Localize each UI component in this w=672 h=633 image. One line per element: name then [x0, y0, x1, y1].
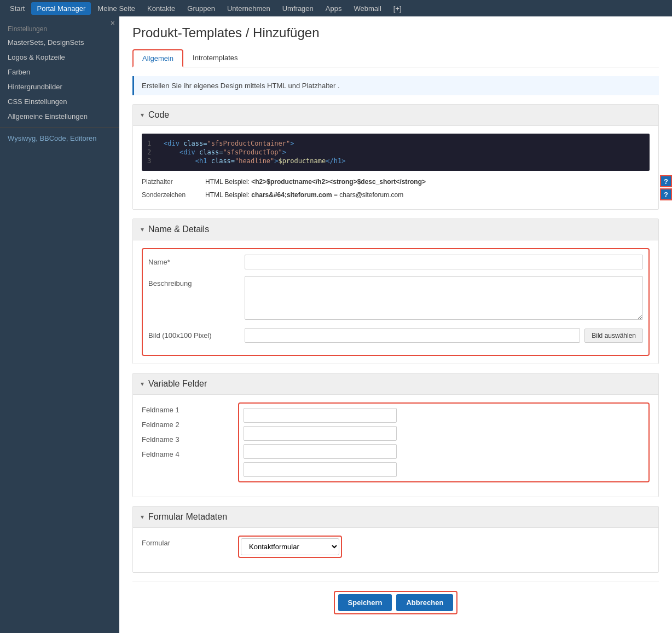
- line-num-1: 1: [147, 140, 164, 147]
- section-variable-felder-header[interactable]: ▾ Variable Felder: [133, 373, 658, 395]
- info-box: Erstellen Sie ihr eigenes Design mittels…: [132, 76, 659, 95]
- input-name[interactable]: [245, 255, 643, 269]
- sidebar-item-hintergrundbilder[interactable]: Hintergrundbilder: [0, 79, 119, 94]
- code-line-1: 1 <div class="sfsProductContainer">: [142, 139, 650, 148]
- code-line-3: 3 <h1 class="headline">$productname</h1>: [142, 157, 650, 165]
- section-formular-label: Formular Metadaten: [148, 512, 227, 522]
- section-formular-body: Formular Kontaktformular: [133, 528, 658, 572]
- tab-allgemein[interactable]: Allgemein: [132, 49, 183, 67]
- bild-auswaehlen-button[interactable]: Bild auswählen: [584, 329, 643, 343]
- sidebar-item-logos[interactable]: Logos & Kopfzeile: [0, 50, 119, 65]
- section-variable-felder: ▾ Variable Felder Feldname 1 Feldname 2 …: [132, 373, 659, 497]
- sidebar-close-button[interactable]: ×: [111, 19, 115, 27]
- chevron-icon-4: ▾: [141, 513, 144, 521]
- input-feldname1[interactable]: [244, 408, 397, 423]
- form-control-formular: Kontaktformular: [238, 536, 650, 558]
- sidebar: × Einstellungen MasterSets, DesignSets L…: [0, 16, 119, 633]
- sidebar-item-farben[interactable]: Farben: [0, 65, 119, 79]
- section-name-details-header[interactable]: ▾ Name & Details: [133, 219, 658, 240]
- sonderzeichen-value: HTML Beispiel: chars&#64;siteforum.com =…: [205, 191, 403, 199]
- nav-kontakte[interactable]: Kontakte: [142, 2, 181, 15]
- label-bild: Bild (100x100 Pixel): [148, 328, 236, 339]
- label-name: Name*: [148, 255, 236, 266]
- main-content: Produkt-Templates / Hinzufügen Allgemein…: [119, 16, 672, 633]
- section-code-header[interactable]: ▾ Code: [133, 105, 658, 126]
- nav-unternehmen[interactable]: Unternehmen: [222, 2, 276, 15]
- chevron-icon-3: ▾: [141, 380, 144, 388]
- nav-gruppen[interactable]: Gruppen: [182, 2, 221, 15]
- input-feldname3[interactable]: [244, 444, 397, 459]
- form-control-beschreibung: [245, 276, 643, 321]
- save-button[interactable]: Speichern: [338, 594, 392, 611]
- cancel-button[interactable]: Abbrechen: [396, 594, 453, 611]
- label-feldname2: Feldname 2: [142, 417, 229, 432]
- tab-introtemplates[interactable]: Introtemplates: [183, 49, 247, 67]
- section-formular-header[interactable]: ▾ Formular Metadaten: [133, 507, 658, 528]
- help-buttons-container: ? ?: [660, 175, 672, 200]
- name-details-outline: Name* Beschreibung Bild (100: [142, 248, 650, 356]
- code-editor[interactable]: 1 <div class="sfsProductContainer"> 2 <d…: [142, 134, 650, 171]
- sidebar-item-css[interactable]: CSS Einstellungen: [0, 94, 119, 109]
- var-field-2: [244, 426, 644, 441]
- var-fields-inputs: [238, 402, 650, 482]
- sidebar-item-mastersets[interactable]: MasterSets, DesignSets: [0, 35, 119, 50]
- nav-apps[interactable]: Apps: [320, 2, 347, 15]
- form-row-beschreibung: Beschreibung: [148, 276, 643, 321]
- file-path-input[interactable]: [245, 328, 580, 343]
- label-formular: Formular: [142, 536, 229, 547]
- line-num-3: 3: [147, 157, 164, 165]
- nav-portal-manager[interactable]: Portal Manager: [31, 2, 91, 15]
- sidebar-item-wysiwyg[interactable]: Wysiwyg, BBCode, Editoren: [0, 131, 119, 146]
- form-control-name: [245, 255, 643, 269]
- var-field-1: [244, 408, 644, 423]
- section-code: ▾ Code 1 <div class="sfsProductContainer…: [132, 104, 659, 210]
- chevron-icon: ▾: [141, 111, 144, 119]
- var-fields-labels: Feldname 1 Feldname 2 Feldname 3 Feldnam…: [142, 402, 229, 462]
- label-feldname4: Feldname 4: [142, 447, 229, 462]
- formular-select-outline: Kontaktformular: [238, 536, 342, 558]
- var-field-3: [244, 444, 644, 459]
- platzhalter-row: Platzhalter HTML Beispiel: <h2>$productn…: [142, 175, 650, 188]
- sidebar-section-label: Einstellungen: [0, 21, 119, 35]
- tabs-container: Allgemein Introtemplates: [132, 49, 659, 67]
- section-name-details: ▾ Name & Details Name* Beschreibung: [132, 218, 659, 364]
- form-control-bild: Bild auswählen: [245, 328, 643, 343]
- line-content-2: <div class="sfsProductTop">: [164, 148, 286, 156]
- label-feldname1: Feldname 1: [142, 402, 229, 417]
- sidebar-item-allgemeine[interactable]: Allgemeine Einstellungen: [0, 109, 119, 124]
- platzhalter-value: HTML Beispiel: <h2>$productname</h2><str…: [205, 178, 426, 186]
- section-variable-felder-body: Feldname 1 Feldname 2 Feldname 3 Feldnam…: [133, 395, 658, 497]
- nav-plus[interactable]: [+]: [388, 2, 407, 15]
- section-name-details-body: Name* Beschreibung Bild (100: [133, 240, 658, 364]
- help-button-1[interactable]: ?: [660, 175, 672, 187]
- help-button-2[interactable]: ?: [660, 188, 672, 200]
- sidebar-divider: [0, 127, 119, 128]
- section-variable-felder-label: Variable Felder: [148, 379, 207, 389]
- formular-select[interactable]: Kontaktformular: [241, 538, 339, 555]
- var-field-4: [244, 462, 644, 477]
- form-row-bild: Bild (100x100 Pixel) Bild auswählen: [148, 328, 643, 343]
- section-formular-metadaten: ▾ Formular Metadaten Formular Kontaktfor…: [132, 506, 659, 573]
- top-navigation: Start Portal Manager Meine Seite Kontakt…: [0, 0, 672, 16]
- platzhalter-label: Platzhalter: [142, 178, 196, 186]
- actions-outline: Speichern Abbrechen: [334, 591, 458, 614]
- nav-meine-seite[interactable]: Meine Seite: [92, 2, 141, 15]
- file-row: Bild auswählen: [245, 328, 643, 343]
- nav-start[interactable]: Start: [4, 2, 30, 15]
- form-actions: Speichern Abbrechen: [132, 582, 659, 623]
- page-title: Produkt-Templates / Hinzufügen: [132, 25, 659, 41]
- input-feldname2[interactable]: [244, 426, 397, 441]
- form-row-name: Name*: [148, 255, 643, 269]
- line-content-3: <h1 class="headline">$productname</h1>: [164, 157, 345, 165]
- section-code-body: 1 <div class="sfsProductContainer"> 2 <d…: [133, 126, 658, 209]
- code-line-2: 2 <div class="sfsProductTop">: [142, 148, 650, 157]
- textarea-beschreibung[interactable]: [245, 276, 643, 320]
- form-row-formular: Formular Kontaktformular: [142, 536, 650, 558]
- chevron-icon-2: ▾: [141, 226, 144, 233]
- nav-umfragen[interactable]: Umfragen: [277, 2, 319, 15]
- input-feldname4[interactable]: [244, 462, 397, 477]
- nav-webmail[interactable]: Webmail: [348, 2, 386, 15]
- label-feldname3: Feldname 3: [142, 432, 229, 447]
- label-beschreibung: Beschreibung: [148, 276, 236, 287]
- section-name-details-label: Name & Details: [148, 225, 209, 234]
